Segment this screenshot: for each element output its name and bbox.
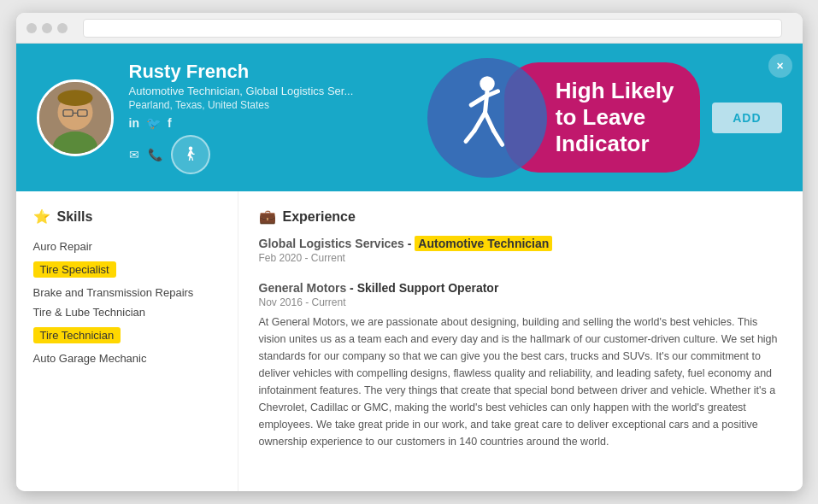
browser-dot-red xyxy=(26,23,37,33)
svg-point-8 xyxy=(480,76,495,91)
job-title-line-1: Global Logistics Services - Automotive T… xyxy=(259,237,782,250)
browser-window: × Rusty French Automotive Technician, Gl… xyxy=(16,13,803,491)
walking-person-badge[interactable] xyxy=(171,135,210,174)
browser-dot-green xyxy=(57,23,68,33)
profile-title: Automotive Technician, Global Logistics … xyxy=(129,85,354,97)
skill-item[interactable]: Auro Repair xyxy=(33,237,221,256)
profile-header: × Rusty French Automotive Technician, Gl… xyxy=(16,44,803,191)
svg-line-14 xyxy=(485,112,493,130)
skill-item[interactable]: Tire & Lube Technician xyxy=(33,302,221,322)
job-entry-1: Global Logistics Services - Automotive T… xyxy=(259,237,782,264)
svg-line-13 xyxy=(466,131,474,142)
experience-section-title: 💼 Experience xyxy=(259,208,782,225)
skills-section-title: ⭐ Skills xyxy=(33,208,221,225)
facebook-icon[interactable]: f xyxy=(168,116,172,130)
svg-point-3 xyxy=(57,90,92,106)
close-button[interactable]: × xyxy=(768,54,792,78)
skill-item[interactable]: Tire Technician xyxy=(33,322,221,349)
job-date-1: Feb 2020 - Current xyxy=(259,252,782,264)
svg-point-7 xyxy=(188,146,192,150)
skill-item[interactable]: Auto Garage Mechanic xyxy=(33,349,221,368)
svg-line-15 xyxy=(493,131,502,144)
email-icon[interactable]: ✉ xyxy=(129,148,139,161)
phone-icon[interactable]: 📞 xyxy=(148,148,162,161)
profile-location: Pearland, Texas, United States xyxy=(129,99,354,111)
browser-chrome xyxy=(16,13,803,44)
walking-circle xyxy=(427,58,547,178)
experience-icon: 💼 xyxy=(259,208,276,225)
job-entry-2: General Motors - Skilled Support Operato… xyxy=(259,281,782,450)
skills-panel: ⭐ Skills Auro Repair Tire Specialist Bra… xyxy=(16,191,238,491)
job-date-2: Nov 2016 - Current xyxy=(259,296,782,308)
browser-url-bar[interactable] xyxy=(83,19,782,38)
skill-item[interactable]: Brake and Transmission Repairs xyxy=(33,283,221,302)
svg-line-10 xyxy=(471,97,485,105)
add-button[interactable]: ADD xyxy=(712,103,781,133)
action-icons: ✉ 📞 xyxy=(129,135,354,174)
social-icons: in 🐦 f xyxy=(129,116,354,130)
profile-info: Rusty French Automotive Technician, Glob… xyxy=(129,61,354,174)
content-area: ⭐ Skills Auro Repair Tire Specialist Bra… xyxy=(16,191,803,491)
twitter-icon[interactable]: 🐦 xyxy=(146,116,161,130)
svg-line-12 xyxy=(474,112,486,130)
profile-name: Rusty French xyxy=(129,61,354,83)
linkedin-icon[interactable]: in xyxy=(129,116,139,130)
skills-icon: ⭐ xyxy=(33,208,50,225)
experience-panel: 💼 Experience Global Logistics Services -… xyxy=(238,191,803,491)
job-description-2: At General Motors, we are passionate abo… xyxy=(259,314,782,450)
avatar xyxy=(37,79,114,156)
job-title-line-2: General Motors - Skilled Support Operato… xyxy=(259,281,782,295)
browser-dot-yellow xyxy=(42,23,52,33)
leave-indicator-overlay: High Likely to Leave Indicator xyxy=(427,58,700,178)
skill-item[interactable]: Tire Specialist xyxy=(33,256,221,283)
